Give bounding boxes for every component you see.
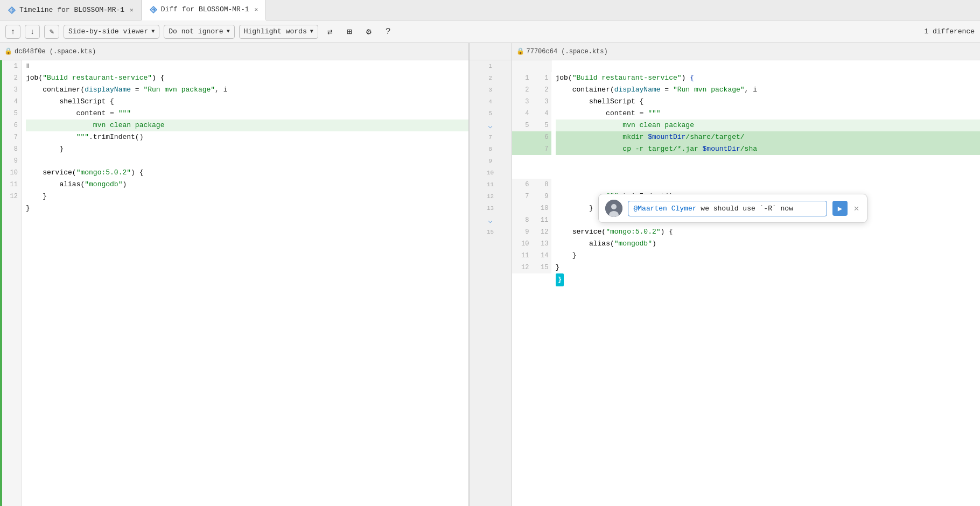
gutter-arrow-6: ⌵ <box>488 121 492 130</box>
rln-12-l: 9 <box>512 226 531 238</box>
rln-3-l: 3 <box>512 96 531 108</box>
tab-timeline[interactable]: Timeline for BLOSSOM-MR-1 ✕ <box>0 0 142 20</box>
rln-8-l: 6 <box>512 179 531 191</box>
avatar <box>605 200 622 217</box>
rln-11-r: 11 <box>531 214 551 226</box>
settings-button[interactable]: ⚙ <box>361 25 376 39</box>
send-icon: ▶ <box>838 204 842 213</box>
right-file-label: 77706c64 (.space.kts) <box>527 48 608 55</box>
rln-header-l <box>512 60 531 72</box>
right-panel-header: 🔒 77706c64 (.space.kts) <box>512 43 981 60</box>
lock-icon-left: 🔒 <box>4 47 12 55</box>
left-line-numbers: 1 2 3 4 5 6 7 8 9 10 11 12 <box>2 60 22 506</box>
rln-blank-r <box>531 167 551 179</box>
rln-15-l: 12 <box>512 262 531 273</box>
right-line-14: } <box>556 262 981 273</box>
close-comment-button[interactable]: ✕ <box>853 202 860 215</box>
toolbar: ↑ ↓ ✎ Side-by-side viewer ▼ Do not ignor… <box>0 20 980 43</box>
rln-15-r: 15 <box>531 262 551 273</box>
nav-down-icon: ↓ <box>30 27 34 36</box>
ignore-label: Do not ignore <box>169 27 223 36</box>
gutter-line-15: 15 <box>470 226 512 238</box>
rln-13-r: 13 <box>531 238 551 250</box>
rln-comment-l <box>512 155 531 167</box>
grid-button[interactable]: ⊞ <box>342 25 357 39</box>
left-line-6: """.trimIndent() <box>26 131 468 143</box>
right-line-4: content = """ <box>556 108 981 120</box>
ignore-dropdown[interactable]: Do not ignore ▼ <box>164 25 234 39</box>
gutter-line-2: 2 <box>470 72 512 84</box>
rln-6-r: 6 <box>531 131 551 143</box>
rln-2-r: 2 <box>531 84 551 96</box>
right-line-header <box>556 60 981 72</box>
rln-14-r: 14 <box>531 250 551 262</box>
gutter-arrow-14: ⌵ <box>488 216 492 225</box>
comment-mention: @Maarten Clymer <box>634 205 697 213</box>
nav-down-button[interactable]: ↓ <box>25 25 40 39</box>
rln-blank-l <box>512 167 531 179</box>
left-file-label: dc848f0e (.space.kts) <box>15 48 96 55</box>
gutter-lines: 1 2 3 4 5 ⌵ 7 8 9 10 11 12 13 ⌵ 15 <box>470 60 512 506</box>
left-line-8 <box>26 155 468 167</box>
rln-5-r: 5 <box>531 120 551 131</box>
edit-button[interactable]: ✎ <box>44 25 59 39</box>
send-comment-button[interactable]: ▶ <box>832 201 848 216</box>
ignore-chevron-icon: ▼ <box>227 29 230 34</box>
left-line-12: } <box>26 202 468 214</box>
comment-input-field[interactable]: @Maarten Clymer we should use `-R` now <box>628 201 827 216</box>
diff-icon <box>149 5 158 14</box>
left-line-7: } <box>26 143 468 155</box>
rln-7-r: 7 <box>531 143 551 155</box>
left-line-11: } <box>26 191 468 202</box>
right-line-12: alias("mongodb") <box>556 238 981 250</box>
rln-12-r: 12 <box>531 226 551 238</box>
highlight-dropdown[interactable]: Highlight words ▼ <box>239 25 318 39</box>
rln-11-l: 8 <box>512 214 531 226</box>
right-line-1: job("Build restaurant-service") { <box>556 72 981 84</box>
rln-1-l: 1 <box>512 72 531 84</box>
viewer-dropdown[interactable]: Side-by-side viewer ▼ <box>64 25 159 39</box>
rln-8-r: 8 <box>531 179 551 191</box>
left-line-9: service("mongo:5.0.2") { <box>26 167 468 179</box>
rln-10-l <box>512 202 531 214</box>
gutter-line-8: 8 <box>470 143 512 155</box>
arrows-button[interactable]: ⇄ <box>323 25 338 39</box>
highlight-chevron-icon: ▼ <box>310 29 313 34</box>
left-line-10: alias("mongodb") <box>26 179 468 191</box>
gutter-line-12: 12 <box>470 191 512 202</box>
right-line-15: } <box>556 273 981 286</box>
rln-comment-r <box>531 155 551 167</box>
gear-icon: ⚙ <box>366 26 372 37</box>
svg-marker-1 <box>9 7 15 13</box>
gutter-line-5: 5 <box>470 108 512 120</box>
right-line-3: shellScript { <box>556 96 981 108</box>
rln-header-r <box>531 60 551 72</box>
right-line-7: cp -r target/*.jar $mountDir/sha <box>556 143 981 155</box>
right-line-11: service("mongo:5.0.2") { <box>556 226 981 238</box>
right-line-13: } <box>556 250 981 262</box>
gutter-line-3: 3 <box>470 84 512 96</box>
rln-2-l: 2 <box>512 84 531 96</box>
tab-diff[interactable]: Diff for BLOSSOM-MR-1 ✕ <box>142 0 266 20</box>
viewer-chevron-icon: ▼ <box>151 29 155 34</box>
lock-icon-right: 🔒 <box>516 47 524 55</box>
left-line-1: job("Build restaurant-service") { <box>26 72 468 84</box>
rln-5-l: 5 <box>512 120 531 131</box>
right-line-6: mkdir $mountDir/share/target/ <box>556 131 981 143</box>
middle-gutter: 1 2 3 4 5 ⌵ 7 8 9 10 11 12 13 ⌵ 15 <box>469 43 512 506</box>
help-button[interactable]: ? <box>381 25 396 39</box>
gutter-line-6: ⌵ <box>470 120 512 131</box>
rln-13-l: 10 <box>512 238 531 250</box>
comment-body: we should use `-R` now <box>697 205 793 213</box>
gutter-line-10: 10 <box>470 167 512 179</box>
arrows-icon: ⇄ <box>327 26 333 37</box>
tab-bar: Timeline for BLOSSOM-MR-1 ✕ Diff for BLO… <box>0 0 980 20</box>
rln-9-l: 7 <box>512 191 531 202</box>
nav-up-button[interactable]: ↑ <box>5 25 20 39</box>
left-line-2: container(displayName = "Run mvn package… <box>26 84 468 96</box>
gutter-header <box>470 43 512 60</box>
rln-9-r: 9 <box>531 191 551 202</box>
tab-diff-close[interactable]: ✕ <box>255 6 258 13</box>
rln-7-l <box>512 143 531 155</box>
tab-timeline-close[interactable]: ✕ <box>130 6 134 13</box>
